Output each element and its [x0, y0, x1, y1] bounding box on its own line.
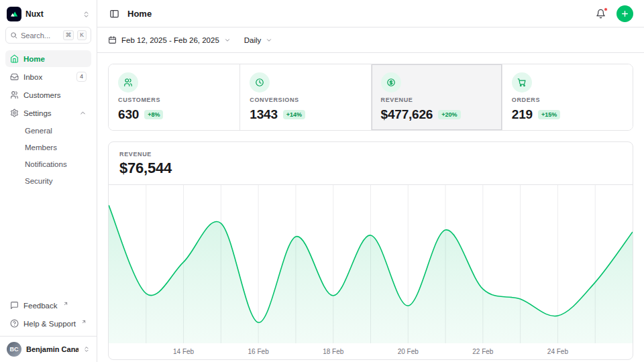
dollar-circle-icon	[381, 72, 401, 93]
chevron-down-icon	[224, 37, 231, 44]
user-menu[interactable]: BC Benjamin Canac	[0, 336, 97, 362]
stat-card-orders[interactable]: ORDERS 219 +15%	[502, 64, 633, 130]
svg-text:22 Feb: 22 Feb	[472, 348, 494, 355]
stat-delta-badge: +15%	[538, 110, 560, 119]
stat-label: CUSTOMERS	[118, 97, 230, 103]
svg-text:24 Feb: 24 Feb	[547, 348, 569, 355]
nuxt-logo-icon	[7, 7, 21, 21]
date-range-picker[interactable]: Feb 12, 2025 - Feb 26, 2025	[108, 36, 231, 44]
gear-icon	[10, 109, 19, 117]
svg-text:16 Feb: 16 Feb	[248, 348, 270, 355]
sidebar-sub-label: Members	[25, 143, 57, 152]
date-range-label: Feb 12, 2025 - Feb 26, 2025	[121, 36, 219, 44]
plus-icon	[621, 9, 629, 18]
cart-icon	[512, 72, 532, 93]
page-content: CUSTOMERS 630 +8% CONVERSIONS 1343 +14%	[97, 53, 644, 362]
search-icon	[10, 32, 17, 39]
clock-icon	[250, 72, 270, 93]
svg-text:14 Feb: 14 Feb	[173, 348, 195, 355]
svg-text:18 Feb: 18 Feb	[323, 348, 344, 355]
stat-value: 1343	[250, 107, 278, 122]
sidebar-item-label: Help & Support	[23, 320, 76, 328]
chevron-down-icon	[266, 37, 272, 44]
sidebar-item-label: Home	[23, 55, 45, 63]
svg-text:20 Feb: 20 Feb	[398, 348, 419, 355]
inbox-icon	[10, 72, 19, 81]
sidebar-item-home[interactable]: Home	[5, 50, 91, 67]
granularity-select[interactable]: Daily	[244, 36, 273, 44]
notifications-button[interactable]	[594, 7, 607, 20]
users-icon	[118, 72, 138, 93]
users-icon	[10, 90, 19, 99]
workspace-selector[interactable]: Nuxt	[0, 0, 97, 27]
sidebar-item-label: Settings	[23, 109, 52, 117]
sidebar-item-label: Customers	[23, 91, 61, 99]
help-circle-icon	[10, 319, 19, 328]
sidebar-item-members[interactable]: Members	[5, 139, 91, 155]
stat-card-conversions[interactable]: CONVERSIONS 1343 +14%	[239, 64, 370, 130]
stat-value: $477,626	[381, 107, 433, 122]
revenue-chart-label: REVENUE	[119, 151, 622, 158]
stat-delta-badge: +8%	[144, 110, 163, 119]
notification-dot	[604, 7, 608, 11]
header-actions	[594, 5, 633, 22]
sidebar-item-feedback[interactable]: Feedback	[5, 297, 91, 314]
revenue-chart-header: REVENUE $76,544	[109, 142, 633, 185]
sidebar-item-general[interactable]: General	[5, 123, 91, 138]
chat-bubble-icon	[10, 301, 19, 310]
sidebar-item-label: Feedback	[23, 302, 58, 310]
chevron-up-icon	[79, 109, 87, 117]
sidebar-sub-label: Notifications	[25, 160, 67, 168]
stat-value: 630	[118, 107, 139, 122]
user-name: Benjamin Canac	[26, 345, 78, 353]
stats-row: CUSTOMERS 630 +8% CONVERSIONS 1343 +14%	[108, 64, 633, 131]
sidebar-item-label: Inbox	[23, 73, 42, 81]
page-header: Home	[97, 0, 644, 27]
stat-label: CONVERSIONS	[250, 97, 361, 103]
sidebar-item-help-support[interactable]: Help & Support	[5, 315, 91, 332]
kbd-cmd: ⌘	[63, 30, 74, 40]
sidebar-nav: Home Inbox 4 Customers Settings	[0, 50, 97, 188]
main-area: Home Feb 12, 2	[97, 0, 644, 362]
granularity-label: Daily	[244, 36, 262, 44]
stat-delta-badge: +14%	[283, 110, 305, 119]
avatar: BC	[7, 342, 21, 357]
search-input[interactable]: Search... ⌘ K	[5, 27, 91, 44]
stat-card-customers[interactable]: CUSTOMERS 630 +8%	[109, 64, 239, 130]
chevrons-up-down-icon	[83, 346, 90, 353]
sidebar-item-settings[interactable]: Settings	[5, 105, 91, 121]
sidebar-item-inbox[interactable]: Inbox 4	[5, 68, 91, 85]
kbd-k: K	[77, 30, 87, 40]
inbox-count-badge: 4	[76, 72, 87, 82]
filter-toolbar: Feb 12, 2025 - Feb 26, 2025 Daily	[97, 27, 644, 53]
stat-label: ORDERS	[512, 97, 623, 103]
app-root: Nuxt Search... ⌘ K Home	[0, 0, 644, 362]
chevrons-up-down-icon	[83, 11, 90, 18]
stat-delta-badge: +20%	[438, 110, 460, 119]
revenue-chart-card: REVENUE $76,544 14 Feb16 Feb18 Feb20 Feb…	[108, 141, 633, 360]
stat-card-revenue[interactable]: REVENUE $477,626 +20%	[371, 64, 502, 130]
stat-value: 219	[512, 107, 533, 122]
panel-left-icon	[109, 9, 119, 19]
sidebar-item-customers[interactable]: Customers	[5, 86, 91, 103]
revenue-chart-value: $76,544	[119, 160, 622, 177]
add-button[interactable]	[616, 5, 633, 22]
sidebar-footer: Feedback Help & Support	[0, 297, 97, 336]
calendar-icon	[108, 36, 117, 44]
sidebar-sub-label: Security	[25, 177, 53, 185]
workspace-name: Nuxt	[25, 9, 78, 19]
sidebar-item-notifications[interactable]: Notifications	[5, 156, 91, 172]
revenue-chart-svg: 14 Feb16 Feb18 Feb20 Feb22 Feb24 Feb	[109, 185, 633, 359]
search-placeholder: Search...	[21, 32, 60, 40]
sidebar: Nuxt Search... ⌘ K Home	[0, 0, 97, 362]
external-link-icon	[81, 319, 87, 324]
revenue-chart-area: 14 Feb16 Feb18 Feb20 Feb22 Feb24 Feb	[109, 185, 633, 359]
stat-label: REVENUE	[381, 97, 492, 103]
sidebar-sub-label: General	[25, 127, 52, 135]
page-title: Home	[127, 9, 152, 19]
sidebar-item-security[interactable]: Security	[5, 173, 91, 188]
home-icon	[10, 54, 19, 63]
sidebar-collapse-button[interactable]	[108, 7, 121, 20]
sidebar-spacer	[0, 188, 97, 297]
external-link-icon	[63, 301, 68, 306]
